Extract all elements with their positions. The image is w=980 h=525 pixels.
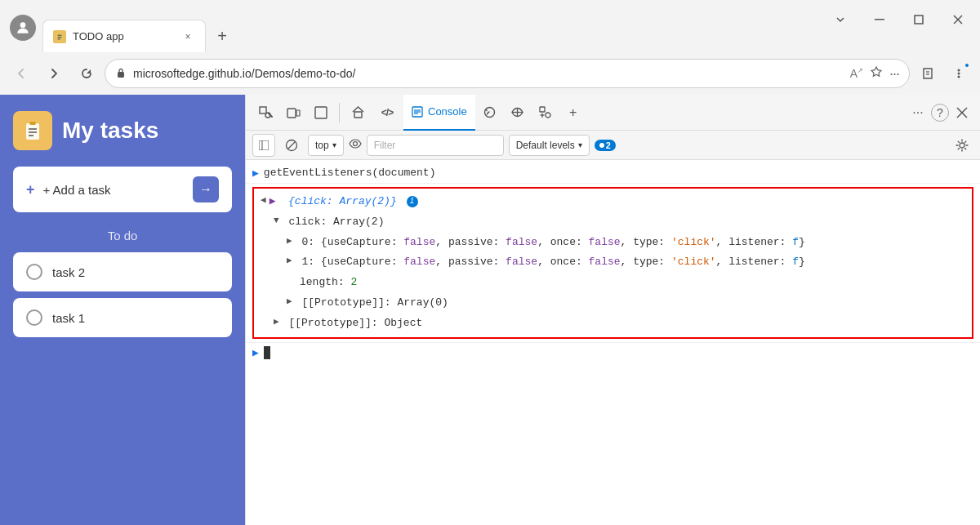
output-text: 0: {useCapture: false, passive: false, o…: [301, 234, 804, 251]
svg-line-44: [288, 141, 296, 149]
collections-button[interactable]: [913, 59, 942, 88]
favorites-icon[interactable]: [870, 65, 883, 82]
browser-tab[interactable]: TODO app ×: [42, 20, 206, 52]
expand-triangle[interactable]: ▶: [270, 195, 276, 207]
rendering-button[interactable]: [532, 100, 559, 126]
refresh-button[interactable]: [72, 59, 101, 88]
output-text: length: 2: [300, 274, 357, 291]
console-input-arrow: ▶: [252, 167, 259, 180]
expand-arrow[interactable]: ▶: [287, 295, 292, 309]
context-selector[interactable]: top ▾: [308, 135, 344, 156]
home-button[interactable]: [345, 100, 371, 126]
svg-rect-9: [118, 72, 124, 78]
sources-button[interactable]: </>: [372, 100, 402, 126]
notification-badge: [964, 62, 970, 69]
more-tools-button[interactable]: [944, 59, 973, 88]
more-options-button[interactable]: ···: [906, 101, 929, 124]
console-content: ▶ getEventListeners(document) ◀ ▶ {click…: [246, 160, 980, 525]
maximize-button[interactable]: [900, 7, 938, 33]
console-output-line: ▶ 1: {useCapture: false, passive: false,…: [254, 252, 972, 273]
add-panel-button[interactable]: +: [560, 100, 586, 126]
todo-app-title: My tasks: [62, 118, 158, 144]
console-tab[interactable]: Console: [403, 95, 475, 131]
tab-close-button[interactable]: ×: [180, 29, 195, 44]
browser-right-buttons: [913, 59, 973, 88]
console-cursor[interactable]: [264, 346, 270, 359]
minimize-button[interactable]: [861, 7, 898, 33]
close-button[interactable]: [939, 7, 977, 33]
console-output-line: ▶ 0: {useCapture: false, passive: false,…: [254, 233, 972, 253]
task-checkbox[interactable]: [26, 309, 42, 326]
svg-line-32: [486, 109, 488, 111]
more-icon[interactable]: ···: [889, 65, 899, 82]
message-count-badge: 2: [595, 140, 616, 151]
read-aloud-icon[interactable]: A↗: [850, 67, 863, 80]
log-levels-selector[interactable]: Default levels ▾: [509, 135, 590, 156]
task-item[interactable]: task 1: [13, 298, 232, 337]
console-output-line: ▶ [[Prototype]]: Object: [254, 314, 972, 334]
help-button[interactable]: ?: [931, 104, 949, 122]
main-content: My tasks + + Add a task → To do task 2 t…: [0, 95, 980, 525]
svg-rect-15: [26, 123, 39, 140]
devtools-toolbar: </> Console + ··· ?: [246, 95, 980, 131]
eye-button[interactable]: [349, 139, 362, 151]
console-prompt: ▶: [252, 346, 259, 358]
svg-point-0: [20, 22, 26, 28]
chevron-down-button[interactable]: [822, 7, 859, 33]
tabs-area: TODO app × +: [42, 3, 822, 52]
svg-point-45: [353, 142, 357, 146]
context-dropdown-arrow: ▾: [332, 140, 336, 149]
output-text: [[Prototype]]: Object: [288, 315, 422, 332]
devtools-close-button[interactable]: [951, 101, 973, 124]
info-icon[interactable]: i: [407, 196, 418, 207]
console-settings-button[interactable]: [951, 134, 973, 157]
tab-title: TODO app: [73, 30, 176, 42]
expand-arrow[interactable]: ▶: [287, 254, 292, 269]
network-button[interactable]: [505, 100, 531, 126]
performance-button[interactable]: [477, 100, 503, 126]
context-value: top: [315, 140, 329, 151]
elements-panel-button[interactable]: [308, 100, 334, 126]
add-task-label: + Add a task: [43, 183, 193, 197]
forward-button[interactable]: [39, 59, 69, 88]
address-input[interactable]: microsoftedge.github.io/Demos/demo-to-do…: [105, 59, 910, 88]
profile-button[interactable]: [7, 11, 39, 44]
svg-rect-25: [315, 107, 327, 118]
address-bar: microsoftedge.github.io/Demos/demo-to-do…: [0, 52, 980, 95]
console-tab-label: Console: [428, 105, 467, 118]
tab-favicon: [53, 30, 66, 43]
svg-rect-26: [354, 112, 362, 118]
address-right-icons: A↗ ···: [850, 65, 899, 82]
expand-arrow[interactable]: ▶: [287, 234, 292, 249]
svg-rect-16: [29, 122, 36, 125]
add-task-arrow-icon: →: [193, 176, 219, 202]
console-output-line: length: 2: [254, 273, 972, 293]
expand-arrow[interactable]: ◀: [261, 194, 266, 208]
expand-arrow[interactable]: ▼: [274, 214, 279, 229]
clipboard-icon: [13, 111, 52, 150]
output-text: 1: {useCapture: false, passive: false, o…: [301, 254, 804, 271]
svg-point-38: [546, 113, 550, 118]
console-clear-button[interactable]: [280, 134, 303, 157]
device-toggle-button[interactable]: [280, 100, 306, 126]
back-button[interactable]: [7, 59, 36, 88]
expand-arrow[interactable]: ▶: [274, 315, 279, 330]
lock-icon: [115, 67, 127, 81]
task-text: task 1: [52, 311, 85, 325]
svg-rect-24: [296, 110, 300, 116]
task-checkbox[interactable]: [26, 264, 42, 280]
console-command-text: getEventListeners(document): [264, 167, 436, 179]
window-controls: [822, 7, 980, 33]
console-sidebar-button[interactable]: [252, 134, 275, 157]
output-text: ▶ {click: Array(2)} i: [270, 194, 418, 211]
console-filter-input[interactable]: [367, 135, 504, 156]
svg-point-14: [958, 76, 960, 78]
new-tab-button[interactable]: +: [207, 21, 237, 51]
title-bar-left: [0, 3, 42, 52]
svg-rect-5: [875, 19, 884, 20]
log-levels-label: Default levels: [516, 140, 575, 151]
task-item[interactable]: task 2: [13, 252, 232, 291]
add-task-button[interactable]: + + Add a task →: [13, 167, 232, 212]
inspect-element-button[interactable]: [252, 100, 278, 126]
svg-rect-35: [540, 107, 545, 112]
